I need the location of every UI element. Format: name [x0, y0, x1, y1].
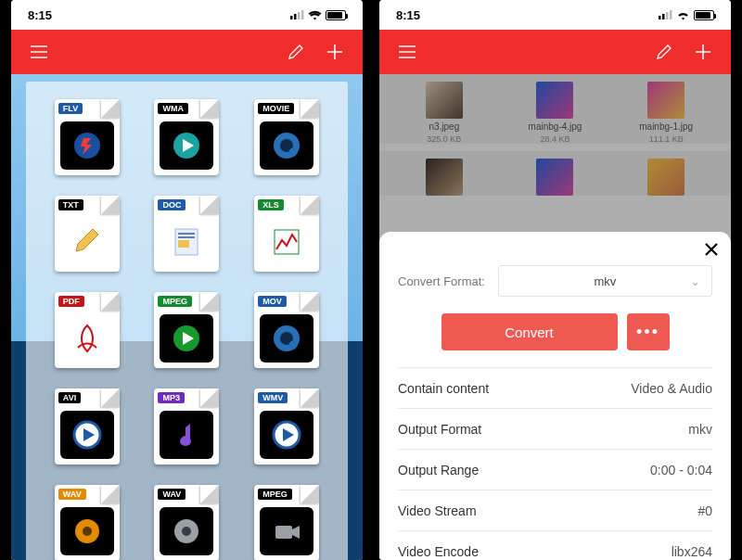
file-tag: MPEG	[258, 489, 292, 500]
convert-button[interactable]: Convert	[441, 313, 618, 350]
file-icon-movie[interactable]: MOVIE	[238, 91, 335, 184]
detail-row[interactable]: Contain contentVideo & Audio	[398, 367, 712, 408]
svg-rect-26	[659, 16, 661, 19]
svg-point-22	[83, 527, 92, 536]
chevron-down-icon: ⌄	[690, 274, 700, 288]
file-icon-pdf[interactable]: PDF	[39, 284, 135, 376]
toolbar	[11, 30, 363, 74]
status-right	[290, 10, 346, 20]
svg-rect-25	[275, 526, 292, 539]
close-icon[interactable]	[703, 241, 720, 261]
file-icon-mpeg[interactable]: MPEG	[238, 477, 335, 560]
more-button[interactable]: •••	[627, 313, 670, 350]
svg-rect-9	[178, 233, 195, 235]
file-icon-mp3[interactable]: MP3	[139, 380, 236, 473]
phone-body: FLVWMAMOVIETXTDOCXLSPDFMPEGMOVAVIMP3WMVW…	[11, 74, 363, 560]
svg-rect-10	[178, 236, 195, 238]
status-time: 8:15	[396, 8, 420, 22]
svg-rect-29	[670, 10, 672, 19]
detail-value: libx264	[672, 544, 712, 559]
svg-rect-2	[298, 12, 301, 19]
svg-rect-0	[290, 16, 293, 19]
status-right	[659, 10, 714, 20]
file-icon-avi[interactable]: AVI	[39, 380, 135, 473]
format-label: Convert Format:	[398, 274, 485, 288]
file-tag: WAV	[58, 489, 86, 500]
status-time: 8:15	[28, 8, 52, 22]
svg-point-18	[180, 437, 191, 446]
signal-icon	[659, 10, 672, 19]
detail-key: Output Format	[398, 422, 481, 437]
edit-icon[interactable]	[281, 37, 311, 67]
file-icon-wav[interactable]: WAV	[139, 477, 236, 560]
file-icon-mov[interactable]: MOV	[238, 284, 335, 376]
svg-rect-1	[294, 14, 297, 19]
edit-icon[interactable]	[649, 37, 679, 67]
file-icon-flv[interactable]: FLV	[39, 91, 135, 184]
detail-value: mkv	[688, 422, 712, 437]
svg-rect-3	[301, 10, 304, 19]
file-icon-xls[interactable]: XLS	[238, 187, 335, 280]
detail-key: Video Encode	[398, 544, 479, 559]
battery-icon	[326, 10, 346, 20]
phone-body: n3.jpeg325.0 KBmainbg-4.jpg28.4 KBmainbg…	[379, 74, 731, 560]
phone-left: 8:15 FLVWMAMOVIETXTDOCXLSPDFMPEGMOVAVIMP…	[11, 0, 363, 560]
wifi-icon	[676, 10, 690, 20]
detail-row[interactable]: Video Encodelibx264	[398, 530, 712, 560]
file-tag: MPEG	[158, 296, 192, 307]
file-tag: WMA	[158, 103, 188, 114]
convert-sheet: Convert Format: mkv ⌄ Convert ••• Contai…	[379, 232, 731, 560]
file-tag: FLV	[58, 103, 83, 114]
menu-icon[interactable]	[24, 37, 54, 67]
toolbar	[379, 30, 731, 74]
svg-rect-27	[662, 14, 665, 19]
battery-icon	[694, 10, 714, 20]
add-icon[interactable]	[320, 37, 350, 67]
file-icon-wav[interactable]: WAV	[39, 477, 135, 560]
detail-row[interactable]: Output Range0:00 - 0:04	[398, 449, 712, 490]
svg-point-24	[182, 527, 191, 536]
svg-rect-12	[275, 230, 299, 254]
file-icon-wma[interactable]: WMA	[139, 91, 236, 184]
file-tag: WMV	[258, 392, 288, 403]
file-tag: WAV	[158, 489, 186, 500]
file-tag: MOVIE	[258, 103, 294, 114]
menu-icon[interactable]	[392, 37, 422, 67]
svg-rect-11	[178, 240, 189, 248]
file-tag: TXT	[58, 199, 83, 210]
detail-row[interactable]: Video Stream#0	[398, 490, 712, 530]
file-icon-txt[interactable]: TXT	[39, 187, 135, 280]
file-tag: MP3	[158, 392, 185, 403]
detail-row[interactable]: Output Formatmkv	[398, 408, 712, 449]
detail-key: Contain content	[398, 381, 489, 396]
file-icon-wmv[interactable]: WMV	[238, 380, 335, 473]
svg-rect-28	[666, 12, 669, 19]
file-icon-doc[interactable]: DOC	[139, 187, 236, 280]
format-value: mkv	[595, 274, 617, 288]
add-icon[interactable]	[688, 37, 718, 67]
phone-right: 8:15 n3.jpeg325.0 KBmainbg-4.jpg28.4 KBm…	[379, 0, 731, 560]
detail-value: #0	[697, 503, 712, 518]
file-tag: XLS	[258, 199, 284, 210]
format-select[interactable]: mkv ⌄	[498, 265, 712, 297]
icon-grid: FLVWMAMOVIETXTDOCXLSPDFMPEGMOVAVIMP3WMVW…	[26, 82, 348, 560]
detail-value: 0:00 - 0:04	[650, 463, 712, 477]
details-list: Contain contentVideo & AudioOutput Forma…	[398, 367, 712, 560]
detail-key: Output Range	[398, 463, 479, 477]
file-tag: AVI	[58, 392, 81, 403]
file-icon-mpeg[interactable]: MPEG	[139, 284, 236, 376]
status-bar: 8:15	[379, 0, 731, 30]
file-tag: PDF	[58, 296, 84, 307]
status-bar: 8:15	[11, 0, 363, 30]
file-tag: DOC	[158, 199, 186, 210]
detail-key: Video Stream	[398, 503, 477, 518]
signal-icon	[290, 10, 304, 19]
file-tag: MOV	[258, 296, 287, 307]
wifi-icon	[308, 10, 322, 20]
detail-value: Video & Audio	[631, 381, 712, 396]
